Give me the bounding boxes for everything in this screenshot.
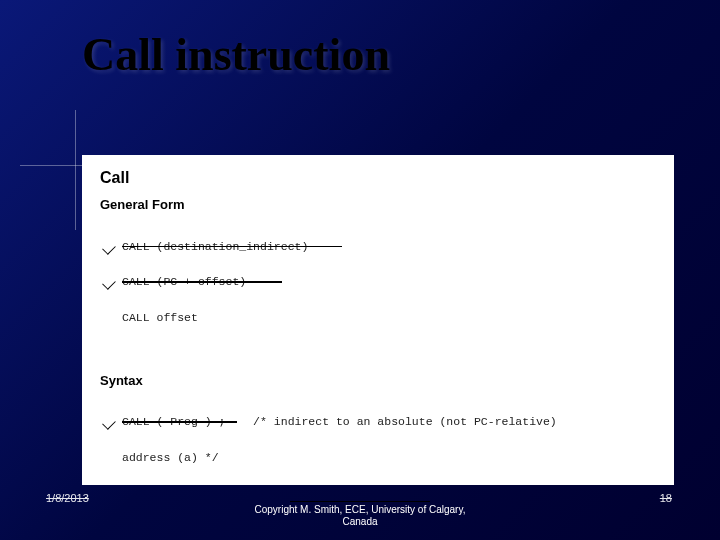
gf-text-3: CALL offset bbox=[122, 311, 198, 324]
slide-page-number: 18 bbox=[660, 492, 672, 504]
slide-title-area: Call instruction bbox=[82, 28, 660, 81]
gf-line-1: CALL (destination_indirect) bbox=[122, 238, 656, 256]
strike-line bbox=[122, 421, 237, 423]
gf-line-2: CALL (PC + offset) bbox=[122, 273, 656, 291]
content-panel: Call General Form CALL (destination_indi… bbox=[82, 155, 674, 485]
syntax-block: CALL ( Preg ) ; /* indirect to an absolu… bbox=[122, 396, 656, 486]
strike-line bbox=[122, 246, 342, 248]
tick-icon bbox=[102, 241, 116, 255]
general-form-block: CALL (destination_indirect) CALL (PC + o… bbox=[122, 220, 656, 363]
syntax-label: Syntax bbox=[100, 373, 656, 388]
slide-date: 1/8/2013 bbox=[46, 492, 89, 504]
slide-title: Call instruction bbox=[82, 28, 660, 81]
gf-line-3: CALL offset bbox=[122, 309, 656, 327]
strike-line bbox=[290, 501, 430, 503]
sx-text-1b: address (a) */ bbox=[122, 451, 219, 464]
slide-footer: Copyright M. Smith, ECE, University of C… bbox=[0, 504, 720, 528]
tick-icon bbox=[102, 417, 116, 431]
strike-line bbox=[122, 281, 282, 283]
doc-heading: Call bbox=[100, 169, 656, 187]
tick-icon bbox=[102, 277, 116, 291]
footer-line-1: Copyright M. Smith, ECE, University of C… bbox=[0, 504, 720, 516]
footer-line-2: Canada bbox=[0, 516, 720, 528]
sx-line-1: CALL ( Preg ) ; /* indirect to an absolu… bbox=[122, 413, 656, 431]
general-form-label: General Form bbox=[100, 197, 656, 212]
sx-line-1b: address (a) */ bbox=[122, 449, 656, 467]
